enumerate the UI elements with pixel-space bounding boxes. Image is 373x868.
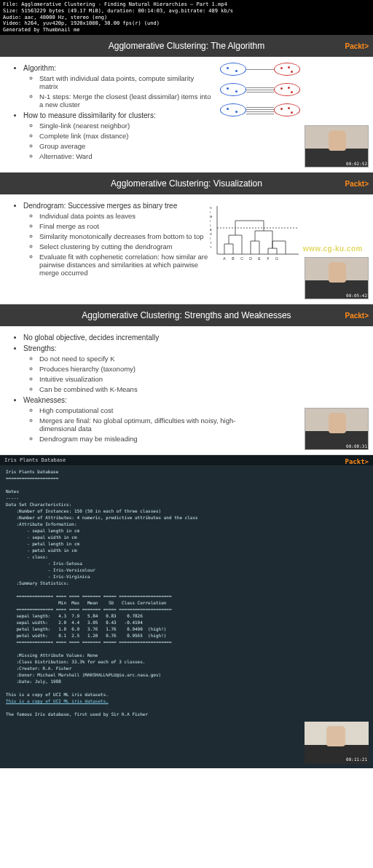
meta-size: Size: 51563229 bytes (49.17 MiB), durati…	[3, 8, 370, 15]
sub-bullet: Individual data points as leaves	[39, 212, 214, 220]
sub-bullet: Dendrogram may be misleading	[39, 435, 243, 443]
sub-bullet: Intuitive visualization	[39, 375, 243, 383]
timestamp: 00:08:31	[346, 443, 367, 449]
svg-text:L: L	[210, 224, 212, 227]
sub-bullet: Can be combined with K-Means	[39, 385, 243, 393]
svg-text:I: I	[210, 210, 211, 214]
code-link: This is a copy of UCI ML iris datasets.	[6, 698, 367, 704]
file-metadata: File: Agglomerative Clustering - Finding…	[0, 0, 373, 35]
svg-text:Y: Y	[210, 245, 212, 249]
timestamp: 00:11:21	[346, 756, 367, 762]
meta-audio: Audio: aac, 48000 Hz, stereo (eng)	[3, 15, 370, 21]
sub-bullet: High computational cost	[39, 406, 243, 414]
timestamp: 00:02:52	[346, 161, 367, 166]
bullet: Dendrogram: Successive merges as binary …	[23, 202, 214, 277]
sub-bullet: Start with individual data points, compu…	[39, 74, 214, 90]
svg-text:C: C	[240, 256, 243, 261]
dendrogram-diagram: ABC DEF G SIMILARITY	[207, 199, 302, 261]
sub-bullet: N-1 steps: Merge the closest (least diss…	[39, 92, 214, 108]
svg-text:T: T	[210, 241, 212, 245]
sub-bullet: Final merge as root	[39, 222, 214, 230]
bullet: Weaknesses: High computational cost Merg…	[23, 396, 243, 443]
sub-bullet: Group average	[39, 142, 214, 150]
slide-title: Agglomerative Clustering: Visualization	[111, 178, 262, 189]
sub-bullet: Alternative: Ward	[39, 152, 214, 160]
svg-text:M: M	[210, 215, 212, 218]
svg-text:A: A	[210, 228, 212, 232]
meta-file: File: Agglomerative Clustering - Finding…	[3, 1, 370, 8]
svg-text:D: D	[249, 256, 252, 261]
watermark: www.cg-ku.com	[303, 245, 363, 253]
sub-bullet: Complete link (max distance)	[39, 132, 214, 140]
timestamp: 00:05:42	[346, 293, 367, 298]
slide-strengths-weaknesses: Agglomerative Clustering: Strengths and …	[0, 304, 373, 455]
svg-text:B: B	[232, 256, 235, 261]
svg-text:A: A	[223, 256, 226, 261]
svg-text:G: G	[275, 256, 278, 261]
code-block: Iris Plants Database ===================…	[6, 468, 367, 698]
slide-visualization: Agglomerative Clustering: Visualization …	[0, 173, 373, 304]
bullet: Algorithm: Start with individual data po…	[23, 64, 214, 108]
slide-header: Agglomerative Clustering: Strengths and …	[0, 304, 373, 326]
slide-header: Agglomerative Clustering: Visualization …	[0, 173, 373, 194]
sub-bullet: Do not need to specify K	[39, 355, 243, 363]
cluster-diagram	[220, 63, 300, 124]
code-title: Iris Plants Database	[0, 455, 373, 466]
sub-bullet: Single-link (nearest neighbor)	[39, 122, 214, 130]
bullet: No global objective, decides incremental…	[23, 334, 243, 342]
meta-gen: Generated by Thumbnail me	[3, 27, 370, 33]
slide-header: Agglomerative Clustering: The Algorithm …	[0, 35, 373, 57]
brand-logo: Packt>	[345, 311, 369, 319]
code-footer: The famous Iris database, first used by …	[6, 711, 367, 717]
slide-title: Agglomerative Clustering: The Algorithm	[109, 41, 265, 51]
sub-bullet: Produces hierarchy (taxonomy)	[39, 365, 243, 373]
meta-video: Video: h264, yuv420p, 1920x1080, 30.00 f…	[3, 20, 370, 27]
sub-bullet: Evaluate fit with cophenetic correlation…	[39, 253, 214, 277]
sub-bullet: Merges are final: No global optimum, dif…	[39, 417, 243, 433]
slide-iris-code: Iris Plants Database Packt> Iris Plants …	[0, 455, 373, 769]
sub-bullet: Similarity monotonically decreases from …	[39, 232, 214, 240]
brand-logo: Packt>	[345, 457, 369, 467]
svg-text:I: I	[210, 237, 211, 240]
svg-text:R: R	[210, 232, 212, 236]
brand-logo: Packt>	[345, 42, 369, 50]
bullet: Strengths: Do not need to specify K Prod…	[23, 344, 243, 393]
svg-text:I: I	[210, 219, 211, 223]
sub-bullet: Select clustering by cutting the dendrog…	[39, 242, 214, 250]
bullet: How to measure dissimilarity for cluster…	[23, 111, 214, 160]
svg-text:F: F	[267, 256, 269, 261]
slide-algorithm: Agglomerative Clustering: The Algorithm …	[0, 35, 373, 173]
svg-text:E: E	[258, 256, 261, 261]
svg-text:S: S	[210, 206, 212, 210]
slide-title: Agglomerative Clustering: Strengths and …	[82, 310, 291, 320]
brand-logo: Packt>	[345, 179, 369, 187]
